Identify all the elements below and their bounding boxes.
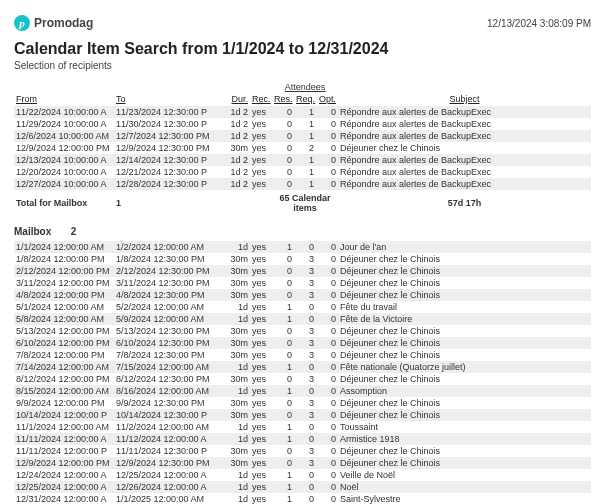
cell-from: 1/8/2024 12:00:00 PM — [14, 253, 114, 265]
cell-res: 1 — [272, 433, 294, 445]
cell-subject: Veille de Noël — [338, 469, 591, 481]
cell-opt: 0 — [316, 118, 338, 130]
cell-res: 0 — [272, 178, 294, 190]
cell-from: 12/13/2024 10:00:00 A — [14, 154, 114, 166]
cell-dur: 1d 2 — [224, 154, 250, 166]
cell-rec: yes — [250, 421, 272, 433]
col-subject: Subject — [338, 92, 591, 106]
cell-rec: yes — [250, 349, 272, 361]
cell-to: 5/9/2024 12:00:00 AM — [114, 313, 224, 325]
table-row: 8/15/2024 12:00:00 AM8/16/2024 12:00:00 … — [14, 385, 591, 397]
cell-subject: Fête nationale (Quatorze juillet) — [338, 361, 591, 373]
cell-rec: yes — [250, 373, 272, 385]
cell-opt: 0 — [316, 154, 338, 166]
cell-rec: yes — [250, 409, 272, 421]
cell-res: 0 — [272, 118, 294, 130]
report-header: p Promodag 12/13/2024 3:08:09 PM — [14, 12, 591, 34]
cell-req: 3 — [294, 337, 316, 349]
cell-dur: 30m — [224, 373, 250, 385]
cell-req: 0 — [294, 313, 316, 325]
cell-opt: 0 — [316, 106, 338, 118]
cell-res: 0 — [272, 289, 294, 301]
cell-rec: yes — [250, 361, 272, 373]
cell-dur: 30m — [224, 142, 250, 154]
table-row: 8/12/2024 12:00:00 PM8/12/2024 12:30:00 … — [14, 373, 591, 385]
cell-from: 6/10/2024 12:00:00 PM — [14, 337, 114, 349]
cell-from: 12/25/2024 12:00:00 A — [14, 481, 114, 493]
cell-subject: Toussaint — [338, 421, 591, 433]
cell-from: 5/8/2024 12:00:00 AM — [14, 313, 114, 325]
cell-rec: yes — [250, 301, 272, 313]
cell-to: 8/12/2024 12:30:00 PM — [114, 373, 224, 385]
report-subtitle: Selection of recipients — [14, 60, 591, 71]
cell-dur: 1d 2 — [224, 178, 250, 190]
cell-req: 3 — [294, 265, 316, 277]
cell-dur: 30m — [224, 277, 250, 289]
cell-to: 12/9/2024 12:30:00 PM — [114, 457, 224, 469]
cell-res: 0 — [272, 349, 294, 361]
cell-opt: 0 — [316, 241, 338, 253]
cell-req: 3 — [294, 289, 316, 301]
table-row: 9/9/2024 12:00:00 PM9/9/2024 12:30:00 PM… — [14, 397, 591, 409]
cell-req: 3 — [294, 445, 316, 457]
cell-dur: 1d — [224, 241, 250, 253]
cell-rec: yes — [250, 325, 272, 337]
attendees-group-header: Attendees — [272, 81, 338, 92]
table-row: 12/20/2024 10:00:00 A12/21/2024 12:30:00… — [14, 166, 591, 178]
cell-dur: 1d — [224, 313, 250, 325]
cell-res: 1 — [272, 421, 294, 433]
cell-to: 11/11/2024 12:30:00 P — [114, 445, 224, 457]
total-items: 65 Calendar items — [272, 190, 338, 216]
mailbox-number: 2 — [71, 226, 77, 237]
cell-subject: Répondre aux alertes de BackupExec — [338, 130, 591, 142]
table-row: 7/14/2024 12:00:00 AM7/15/2024 12:00:00 … — [14, 361, 591, 373]
cell-from: 5/1/2024 12:00:00 AM — [14, 301, 114, 313]
cell-rec: yes — [250, 142, 272, 154]
cell-to: 7/15/2024 12:00:00 AM — [114, 361, 224, 373]
table-row: 12/6/2024 10:00:00 AM12/7/2024 12:30:00 … — [14, 130, 591, 142]
cell-opt: 0 — [316, 409, 338, 421]
cell-to: 11/2/2024 12:00:00 AM — [114, 421, 224, 433]
cell-res: 1 — [272, 241, 294, 253]
cell-rec: yes — [250, 469, 272, 481]
cell-from: 5/13/2024 12:00:00 PM — [14, 325, 114, 337]
total-label: Total for Mailbox — [14, 190, 114, 216]
col-req: Req. — [294, 92, 316, 106]
cell-rec: yes — [250, 481, 272, 493]
cell-from: 12/20/2024 10:00:00 A — [14, 166, 114, 178]
cell-req: 0 — [294, 385, 316, 397]
section-2-body: 1/1/2024 12:00:00 AM1/2/2024 12:00:00 AM… — [14, 241, 591, 504]
table-row: 6/10/2024 12:00:00 PM6/10/2024 12:30:00 … — [14, 337, 591, 349]
column-group-row: Attendees — [14, 81, 591, 92]
cell-from: 2/12/2024 12:00:00 PM — [14, 265, 114, 277]
cell-opt: 0 — [316, 445, 338, 457]
col-from: From — [14, 92, 114, 106]
table-row: 7/8/2024 12:00:00 PM7/8/2024 12:30:00 PM… — [14, 349, 591, 361]
cell-res: 0 — [272, 373, 294, 385]
cell-opt: 0 — [316, 130, 338, 142]
cell-to: 5/13/2024 12:30:00 PM — [114, 325, 224, 337]
cell-res: 0 — [272, 106, 294, 118]
cell-rec: yes — [250, 337, 272, 349]
table-row: 5/13/2024 12:00:00 PM5/13/2024 12:30:00 … — [14, 325, 591, 337]
table-row: 12/25/2024 12:00:00 A12/26/2024 12:00:00… — [14, 481, 591, 493]
cell-dur: 1d — [224, 481, 250, 493]
cell-to: 6/10/2024 12:30:00 PM — [114, 337, 224, 349]
cell-res: 0 — [272, 265, 294, 277]
cell-from: 7/14/2024 12:00:00 AM — [14, 361, 114, 373]
cell-res: 1 — [272, 493, 294, 504]
cell-subject: Déjeuner chez le Chinois — [338, 253, 591, 265]
cell-dur: 1d 2 — [224, 130, 250, 142]
cell-dur: 30m — [224, 289, 250, 301]
cell-from: 12/6/2024 10:00:00 AM — [14, 130, 114, 142]
cell-subject: Jour de l'an — [338, 241, 591, 253]
cell-to: 4/8/2024 12:30:00 PM — [114, 289, 224, 301]
cell-from: 12/9/2024 12:00:00 PM — [14, 142, 114, 154]
cell-subject: Déjeuner chez le Chinois — [338, 349, 591, 361]
cell-res: 0 — [272, 397, 294, 409]
cell-res: 0 — [272, 142, 294, 154]
cell-to: 5/2/2024 12:00:00 AM — [114, 301, 224, 313]
cell-dur: 1d — [224, 469, 250, 481]
col-res: Res. — [272, 92, 294, 106]
brand-name: Promodag — [34, 16, 93, 30]
